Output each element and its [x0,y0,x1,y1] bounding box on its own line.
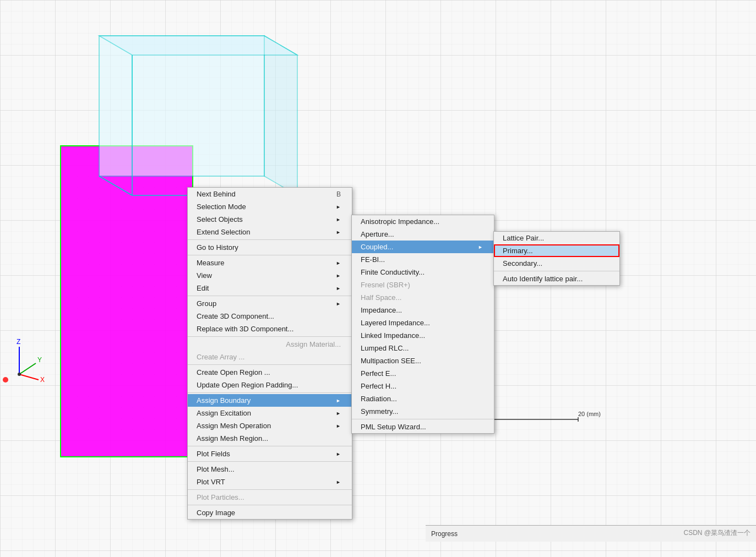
submenu-arrow-coupled: ► [478,244,483,250]
menu-separator-1 [188,239,352,240]
menu-separator-4 [188,336,352,337]
menu-item-next-behind[interactable]: Next Behind B [188,188,352,200]
menu-label-update-open-region: Update Open Region Padding... [197,381,298,389]
menu-label-assign-mesh-region: Assign Mesh Region... [197,434,268,443]
menu-item-multipaction-see[interactable]: Multipaction SEE... [352,354,494,367]
menu-separator-7 [188,446,352,446]
menu-separator-3 [188,296,352,296]
menu-label-go-to-history: Go to History [197,243,238,252]
menu-label-copy-image: Copy Image [197,509,235,517]
menu-item-copy-image[interactable]: Copy Image [188,506,352,519]
menu-label-group: Group [197,299,216,308]
menu-label-extend-selection: Extend Selection [197,228,251,236]
menu-item-plot-vrt[interactable]: Plot VRT ► [188,476,352,488]
menu-label-coupled: Coupled... [361,243,393,251]
submenu-arrow-assign-boundary: ► [336,398,341,403]
menu-label-next-behind: Next Behind [197,190,236,198]
menu-item-fe-bi[interactable]: FE-BI... [352,253,494,266]
svg-point-18 [3,377,8,383]
menu-label-radiation: Radiation... [361,395,397,403]
menu-label-select-objects: Select Objects [197,215,243,223]
menu-item-assign-mesh-region[interactable]: Assign Mesh Region... [188,432,352,445]
menu-item-create-3d-component[interactable]: Create 3D Component... [188,310,352,323]
menu-label-pml-wizard: PML Setup Wizard... [361,423,426,431]
menu-label-replace-3d-component: Replace with 3D Component... [197,325,293,333]
menu-item-edit[interactable]: Edit ► [188,282,352,294]
menu-item-perfect-h[interactable]: Perfect H... [352,380,494,392]
menu-label-edit: Edit [197,284,209,292]
menu-label-secondary: Secondary... [503,259,542,267]
context-menu-main: Next Behind B Selection Mode ► Select Ob… [187,187,352,520]
menu-item-assign-boundary[interactable]: Assign Boundary ► [188,394,352,407]
menu-item-plot-mesh[interactable]: Plot Mesh... [188,463,352,476]
menu-separator-boundary-1 [352,419,494,419]
submenu-arrow-selection-mode: ► [336,204,341,210]
menu-item-aperture[interactable]: Aperture... [352,228,494,241]
svg-marker-7 [99,36,297,55]
menu-label-anisotropic: Anisotropic Impedance... [361,217,439,226]
menu-item-fresnel[interactable]: Fresnel (SBR+) [352,278,494,291]
menu-label-half-space: Half Space... [361,293,401,302]
menu-item-select-objects[interactable]: Select Objects ► [188,213,352,226]
svg-text:Z: Z [17,338,20,346]
menu-label-selection-mode: Selection Mode [197,203,246,211]
menu-item-radiation[interactable]: Radiation... [352,392,494,405]
menu-item-lumped-rlc[interactable]: Lumped RLC... [352,342,494,354]
submenu-arrow-view: ► [336,273,341,278]
menu-label-perfect-e: Perfect E... [361,369,396,378]
menu-item-create-array[interactable]: Create Array ... [188,351,352,363]
menu-item-impedance[interactable]: Impedance... [352,304,494,316]
menu-item-finite-conductivity[interactable]: Finite Conductivity... [352,266,494,278]
menu-item-group[interactable]: Group ► [188,297,352,310]
svg-marker-6 [264,36,297,195]
menu-item-create-open-region[interactable]: Create Open Region ... [188,366,352,379]
menu-label-fe-bi: FE-BI... [361,255,385,264]
menu-item-extend-selection[interactable]: Extend Selection ► [188,226,352,238]
menu-item-plot-particles[interactable]: Plot Particles... [188,491,352,504]
menu-label-linked-impedance: Linked Impedance... [361,331,425,340]
menu-item-assign-mesh-operation[interactable]: Assign Mesh Operation ► [188,419,352,432]
submenu-arrow-select-objects: ► [336,217,341,222]
menu-item-coupled[interactable]: Coupled... ► [352,241,494,253]
menu-item-primary[interactable]: Primary... [494,244,619,257]
menu-separator-10 [188,505,352,505]
menu-item-view[interactable]: View ► [188,269,352,282]
menu-item-anisotropic[interactable]: Anisotropic Impedance... [352,215,494,228]
svg-text:20 (mm): 20 (mm) [578,411,601,417]
menu-label-lumped-rlc: Lumped RLC... [361,344,409,352]
menu-item-auto-identify[interactable]: Auto Identify lattice pair... [494,272,619,285]
submenu-arrow-plot-vrt: ► [336,479,341,485]
svg-point-17 [18,373,21,376]
menu-item-assign-material[interactable]: Assign Material... [188,338,352,351]
menu-item-plot-fields[interactable]: Plot Fields ► [188,447,352,460]
menu-item-perfect-e[interactable]: Perfect E... [352,367,494,380]
menu-label-plot-particles: Plot Particles... [197,493,244,501]
submenu-arrow-assign-excitation: ► [336,411,341,416]
menu-label-create-array: Create Array ... [197,353,244,361]
svg-marker-5 [99,36,264,176]
menu-item-layered-impedance[interactable]: Layered Impedance... [352,316,494,329]
menu-item-linked-impedance[interactable]: Linked Impedance... [352,329,494,342]
menu-label-lattice-pair: Lattice Pair... [503,234,544,242]
submenu-arrow-edit: ► [336,286,341,291]
menu-label-layered-impedance: Layered Impedance... [361,319,430,327]
menu-item-replace-3d-component[interactable]: Replace with 3D Component... [188,323,352,335]
menu-item-go-to-history[interactable]: Go to History [188,241,352,254]
menu-item-update-open-region[interactable]: Update Open Region Padding... [188,379,352,391]
svg-text:X: X [40,376,45,384]
menu-item-half-space[interactable]: Half Space... [352,291,494,304]
menu-item-pml-wizard[interactable]: PML Setup Wizard... [352,421,494,433]
menu-item-lattice-pair[interactable]: Lattice Pair... [494,232,619,244]
menu-separator-5 [188,364,352,365]
menu-label-create-open-region: Create Open Region ... [197,368,270,376]
menu-item-selection-mode[interactable]: Selection Mode ► [188,200,352,213]
menu-item-assign-excitation[interactable]: Assign Excitation ► [188,407,352,419]
menu-item-symmetry[interactable]: Symmetry... [352,405,494,418]
menu-item-measure[interactable]: Measure ► [188,256,352,269]
menu-item-secondary[interactable]: Secondary... [494,257,619,270]
menu-label-fresnel: Fresnel (SBR+) [361,281,410,289]
menu-label-assign-material: Assign Material... [286,340,341,348]
menu-label-finite-conductivity: Finite Conductivity... [361,268,425,276]
menu-separator-8 [188,461,352,462]
menu-label-measure: Measure [197,259,225,267]
